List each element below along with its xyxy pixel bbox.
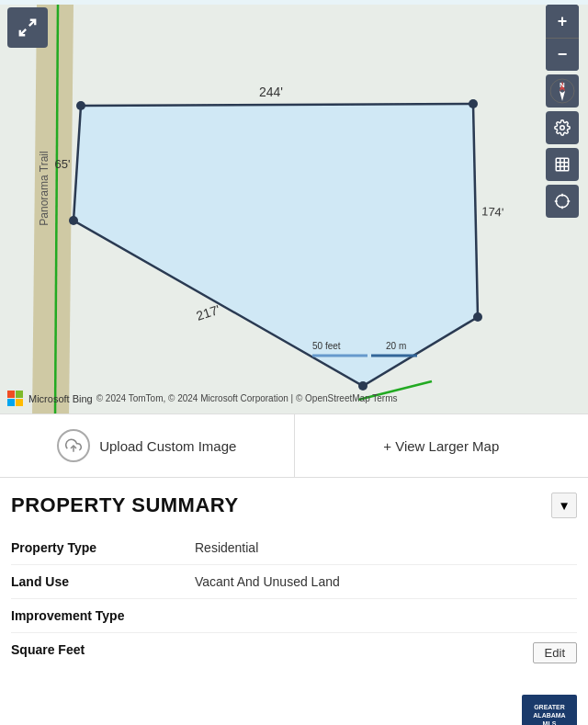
square-feet-edit-button[interactable]: Edit [533,642,577,663]
settings-button[interactable] [546,111,579,144]
crosshair-button[interactable] [546,185,579,218]
svg-point-8 [76,101,85,110]
svg-text:20 m: 20 m [386,341,406,351]
svg-point-12 [69,216,78,225]
zoom-in-button[interactable]: + [546,5,579,38]
svg-text:244': 244' [259,85,283,99]
svg-point-9 [469,99,478,108]
zoom-out-button[interactable]: − [546,38,579,71]
improvement-type-label: Improvement Type [11,608,195,623]
map-attribution: Microsoft Bing © 2024 TomTom, © 2024 Mic… [7,391,398,406]
svg-point-10 [473,312,482,322]
summary-title: PROPERTY SUMMARY [11,493,239,517]
summary-header: PROPERTY SUMMARY ▼ [11,493,577,518]
svg-text:65': 65' [55,157,71,171]
property-type-row: Property Type Residential [11,531,577,565]
logo-line1: GREATER [534,703,565,711]
svg-point-35 [556,195,569,208]
greater-alabama-mls-logo: GREATER ALABAMA MLS [522,695,577,725]
land-use-row: Land Use Vacant And Unused Land [11,565,577,599]
logo-line2: ALABAMA [533,711,565,719]
svg-text:Panorama Trail: Panorama Trail [38,151,51,225]
property-summary-section: PROPERTY SUMMARY ▼ Property Type Residen… [0,478,588,687]
svg-text:174': 174' [481,204,504,219]
square-feet-row: Square Feet Edit [11,633,577,673]
svg-text:50 feet: 50 feet [312,341,341,351]
upload-image-button[interactable]: Upload Custom Image [0,414,295,477]
land-use-value: Vacant And Unused Land [195,574,577,589]
footer-logo: GREATER ALABAMA MLS [0,687,588,725]
improvement-type-row: Improvement Type [11,599,577,633]
attribution-text: © 2024 TomTom, © 2024 Microsoft Corporat… [96,393,398,403]
svg-rect-30 [556,158,569,171]
svg-text:N: N [560,81,565,89]
zoom-controls: + − [546,5,579,71]
upload-icon [57,429,90,462]
map-container: 244' 65' 174' 217' Panorama Trail 50 fee… [0,0,588,413]
logo-line3: MLS [543,719,557,725]
bing-label: Microsoft Bing [28,393,93,404]
frame-button[interactable] [546,148,579,181]
property-type-value: Residential [195,540,577,555]
expand-map-button[interactable] [7,7,48,48]
view-larger-label: + View Larger Map [383,438,499,454]
land-use-label: Land Use [11,574,195,589]
square-feet-label: Square Feet [11,642,195,657]
property-type-label: Property Type [11,540,195,555]
svg-point-11 [358,381,368,391]
collapse-icon: ▼ [558,499,570,513]
compass-button[interactable]: N [546,74,579,108]
map-actions: Upload Custom Image + View Larger Map [0,413,588,478]
upload-image-label: Upload Custom Image [99,438,236,454]
view-larger-map-button[interactable]: + View Larger Map [295,414,589,477]
bing-logo: Microsoft Bing [7,391,93,406]
map-controls: + − N [546,5,579,218]
collapse-button[interactable]: ▼ [551,493,577,518]
svg-point-29 [560,126,565,130]
